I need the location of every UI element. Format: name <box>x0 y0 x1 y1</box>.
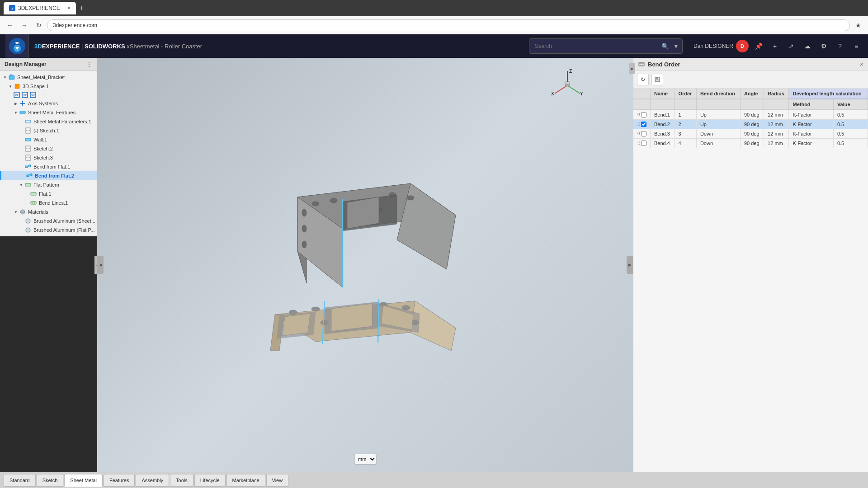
tree-flat-pattern[interactable]: Flat Pattern <box>0 180 97 189</box>
table-row[interactable]: ⠿ Bend.1 1 Up 90 deg 12 mm K-Factor 0.5 <box>633 110 868 120</box>
tree-wall1[interactable]: Wall.1 <box>0 135 97 144</box>
tab-assembly[interactable]: Assembly <box>136 474 169 487</box>
row-order: 2 <box>675 120 696 129</box>
tree-sketch2[interactable]: Sketch.2 <box>0 144 97 153</box>
svg-rect-33 <box>31 192 36 195</box>
tab-close-btn[interactable]: × <box>67 5 71 11</box>
tree-bend-flat2[interactable]: Bend from Flat.2 <box>0 171 97 180</box>
axis-toggle[interactable] <box>13 100 19 107</box>
expand-panel-btn[interactable]: ▶ <box>629 63 635 74</box>
panel-toolbar: ↻ <box>633 71 868 89</box>
menu-btn[interactable]: ≡ <box>850 40 863 52</box>
tree-axis[interactable]: Axis Systems <box>0 99 97 108</box>
collapse-viewport-right-btn[interactable]: ▶ <box>627 256 633 274</box>
row-checkbox-cell[interactable]: ⠿ <box>633 120 651 129</box>
help-btn[interactable]: ? <box>834 40 846 52</box>
row-checkbox-cell[interactable]: ⠿ <box>633 129 651 139</box>
share-btn[interactable]: ↗ <box>785 40 797 52</box>
row-drag-handle[interactable]: ⠿ <box>637 141 640 146</box>
tree-flat1[interactable]: Flat.1 <box>0 189 97 198</box>
table-row[interactable]: ⠿ Bend.4 4 Down 90 deg 12 mm K-Factor 0.… <box>633 139 868 148</box>
sketch1-toggle <box>18 127 24 134</box>
unit-dropdown[interactable]: mm in cm <box>354 454 376 465</box>
tree-bend-lines1[interactable]: Bend Lines.1 <box>0 198 97 207</box>
mat1-label: Brushed Aluminum (Sheet ... <box>33 218 97 224</box>
save-panel-btn[interactable] <box>651 74 663 85</box>
tab-standard[interactable]: Standard <box>4 474 36 487</box>
tree-sketch3[interactable]: Sketch.3 <box>0 153 97 162</box>
tab-marketplace[interactable]: Marketplace <box>226 474 265 487</box>
tree-sketch1[interactable]: (-) Sketch.1 <box>0 126 97 135</box>
user-avatar: D <box>736 40 749 52</box>
tree-materials[interactable]: Materials <box>0 207 97 216</box>
sheet-metal-label: Sheet Metal Features <box>28 110 75 115</box>
tree-root[interactable]: Sheet_Metal_Bracket <box>0 73 97 82</box>
row-drag-handle[interactable]: ⠿ <box>637 122 640 127</box>
row-angle: 90 deg <box>740 110 764 120</box>
back-btn[interactable]: ← <box>4 19 16 32</box>
cloud-btn[interactable]: ☁ <box>801 40 814 52</box>
table-row[interactable]: ⠿ Bend.3 3 Down 90 deg 12 mm K-Factor 0.… <box>633 129 868 139</box>
table-row[interactable]: ⠿ Bend.2 2 Up 90 deg 12 mm K-Factor 0.5 <box>633 120 868 129</box>
row-checkbox[interactable] <box>641 122 646 127</box>
collapse-viewport-left-btn[interactable]: ◀ <box>97 256 104 274</box>
svg-rect-32 <box>25 183 31 186</box>
sidebar-menu-btn[interactable]: ⋮ <box>86 61 92 68</box>
panel-close-btn[interactable]: × <box>860 61 863 68</box>
col-name: Name <box>651 89 675 99</box>
tree-shape[interactable]: 3D Shape 1 <box>0 82 97 91</box>
row-drag-handle[interactable]: ⠿ <box>637 113 640 117</box>
col-radius: Radius <box>764 89 789 99</box>
svg-rect-8 <box>15 84 19 89</box>
tree-mat2[interactable]: Brushed Aluminum (Flat P... <box>0 225 97 235</box>
flat-pattern-toggle[interactable] <box>18 182 24 188</box>
root-toggle[interactable] <box>2 74 8 80</box>
row-checkbox[interactable] <box>641 131 646 136</box>
tree-params[interactable]: Sheet Metal Parameters.1 <box>0 117 97 126</box>
tab-features[interactable]: Features <box>104 474 135 487</box>
svg-rect-90 <box>656 77 658 79</box>
search-input[interactable] <box>529 38 683 54</box>
tab-sheet-metal[interactable]: Sheet Metal <box>64 474 103 487</box>
svg-rect-30 <box>27 175 29 177</box>
row-checkbox-cell[interactable]: ⠿ <box>633 110 651 120</box>
plus-btn[interactable]: + <box>769 40 781 52</box>
user-name: Dan DESIGNER <box>693 43 733 49</box>
sheet-metal-toggle[interactable] <box>13 109 19 116</box>
reload-btn[interactable]: ↻ <box>33 19 45 32</box>
row-angle: 90 deg <box>740 120 764 129</box>
settings-btn[interactable]: ⚙ <box>817 40 830 52</box>
materials-toggle[interactable] <box>13 209 19 215</box>
search-dropdown-btn[interactable]: ▼ <box>673 43 679 50</box>
row-checkbox[interactable] <box>641 141 646 146</box>
row-angle: 90 deg <box>740 139 764 148</box>
new-tab-btn[interactable]: + <box>80 4 84 12</box>
sidebar-title: Design Manager <box>5 61 47 67</box>
search-btn[interactable]: 🔍 <box>661 43 669 50</box>
row-checkbox-cell[interactable]: ⠿ <box>633 139 651 148</box>
row-name: Bend.4 <box>651 139 675 148</box>
forward-btn[interactable]: → <box>18 19 31 32</box>
tab-lifecycle[interactable]: Lifecycle <box>194 474 226 487</box>
row-drag-handle[interactable]: ⠿ <box>637 131 640 136</box>
tab-bar: 3 3DEXPERIENCE × + <box>0 0 868 16</box>
address-bar[interactable] <box>47 19 850 31</box>
svg-marker-81 <box>283 314 310 336</box>
refresh-btn[interactable]: ↻ <box>637 74 649 85</box>
tree-mat1[interactable]: Brushed Aluminum (Sheet ... <box>0 216 97 225</box>
tab-tools[interactable]: Tools <box>170 474 193 487</box>
tree-sheet-metal[interactable]: Sheet Metal Features <box>0 108 97 117</box>
row-checkbox[interactable] <box>641 112 646 117</box>
tree-bend-flat1[interactable]: Bend from Flat.1 <box>0 162 97 171</box>
shape-toggle[interactable] <box>7 83 14 89</box>
tab-view[interactable]: View <box>266 474 289 487</box>
svg-point-59 <box>302 209 307 216</box>
col-sub-name <box>651 99 675 110</box>
flat-pattern-label: Flat Pattern <box>33 182 59 188</box>
active-tab[interactable]: 3 3DEXPERIENCE × <box>4 2 76 14</box>
svg-text:X: X <box>551 91 554 96</box>
bookmark-btn[interactable]: ★ <box>852 19 864 32</box>
tab-sketch[interactable]: Sketch <box>37 474 64 487</box>
mat1-icon <box>24 217 32 225</box>
pin-btn[interactable]: 📌 <box>752 40 765 52</box>
